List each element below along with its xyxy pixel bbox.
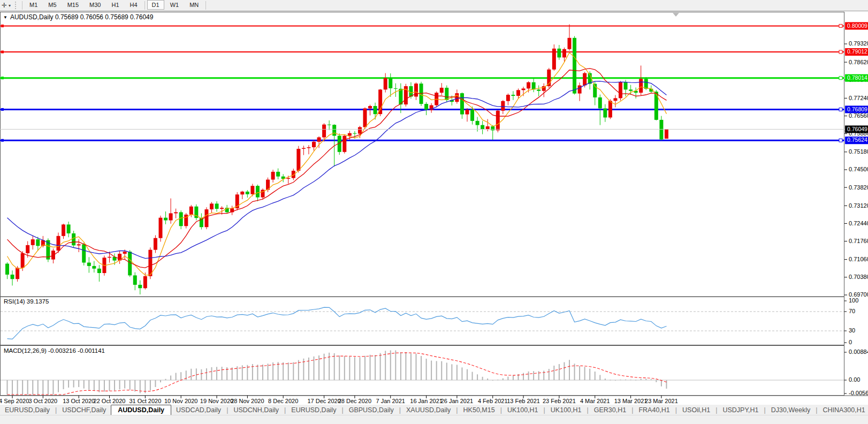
macd-bar bbox=[497, 380, 498, 380]
macd-bar bbox=[160, 380, 161, 382]
line-price-badge-label: 0.80009 bbox=[847, 22, 867, 29]
macd-bar bbox=[482, 377, 483, 380]
timeframe-button-m1[interactable]: M1 bbox=[25, 0, 42, 10]
collapse-icon[interactable]: ▼ bbox=[3, 15, 7, 20]
macd-bar bbox=[339, 355, 340, 380]
macd-bar bbox=[441, 361, 442, 380]
line-handle-right[interactable] bbox=[839, 108, 842, 111]
macd-bar bbox=[416, 354, 417, 380]
price-axis-tick-label: 0.76560 bbox=[849, 112, 868, 119]
macd-bar bbox=[385, 351, 386, 380]
tab-gbpusd-daily[interactable]: GBPUSD,Daily bbox=[344, 405, 399, 415]
tab-hk50-m15[interactable]: HK50,M15 bbox=[459, 405, 500, 415]
macd-bar bbox=[165, 379, 166, 380]
macd-bar bbox=[119, 380, 120, 390]
macd-bar bbox=[42, 380, 43, 395]
tab-usdcad-daily[interactable]: USDCAD,Daily bbox=[171, 405, 226, 415]
toolbar-grip bbox=[15, 2, 18, 9]
macd-bar bbox=[513, 375, 514, 380]
macd-bar bbox=[7, 380, 8, 395]
macd-bar bbox=[589, 369, 590, 380]
rsi-axis-label: 0 bbox=[849, 339, 852, 345]
line-handle-right[interactable] bbox=[839, 24, 842, 27]
line-handle-left[interactable] bbox=[1, 51, 4, 54]
timeframe-button-m30[interactable]: M30 bbox=[85, 0, 105, 10]
tab-audusd-daily[interactable]: AUDUSD,Daily bbox=[111, 405, 171, 416]
timeframe-button-m15[interactable]: M15 bbox=[63, 0, 83, 10]
macd-bar bbox=[630, 380, 631, 380]
tab-xauusd-daily[interactable]: XAUUSD,Daily bbox=[401, 405, 455, 415]
macd-bar bbox=[216, 367, 217, 380]
tab-usdcnh-daily[interactable]: USDCNH,Daily bbox=[229, 405, 284, 415]
timeframe-button-h4[interactable]: H4 bbox=[125, 0, 142, 10]
date-axis-tick-label: 10 Nov 2020 bbox=[164, 398, 197, 404]
rsi-axis-label: 70 bbox=[849, 308, 855, 314]
macd-bar bbox=[528, 372, 529, 380]
macd-bar bbox=[472, 372, 473, 380]
candle bbox=[194, 205, 198, 221]
tab-usoil-h1[interactable]: USOil,H1 bbox=[677, 405, 715, 415]
rsi-pane bbox=[1, 297, 844, 345]
tab-usdjpy-h1[interactable]: USDJPY,H1 bbox=[718, 405, 763, 415]
macd-bar bbox=[543, 370, 544, 380]
macd-bar bbox=[58, 380, 59, 392]
macd-bar bbox=[635, 380, 636, 380]
date-axis-tick-label: 13 Mar 2021 bbox=[614, 398, 648, 404]
date-axis-tick-label: 31 Oct 2020 bbox=[129, 398, 161, 404]
macd-bar bbox=[262, 365, 263, 380]
candle bbox=[204, 207, 208, 229]
line-handle-right[interactable] bbox=[839, 139, 842, 142]
cursor-tool-icon[interactable]: ✛ bbox=[2, 2, 7, 9]
macd-bar bbox=[334, 353, 335, 380]
date-axis-tick-label: 3 Oct 2020 bbox=[28, 398, 57, 404]
chevron-down-icon[interactable]: ▾ bbox=[9, 3, 11, 8]
macd-bar bbox=[180, 372, 181, 380]
timeframe-button-h1[interactable]: H1 bbox=[106, 0, 124, 10]
macd-bar bbox=[349, 357, 350, 380]
tab-china300-h1[interactable]: CHINA300,H1 bbox=[818, 405, 868, 415]
tab-usdchf-daily[interactable]: USDCHF,Daily bbox=[57, 405, 111, 415]
tab-uk100-h1[interactable]: UK100,H1 bbox=[502, 405, 543, 415]
line-handle-left[interactable] bbox=[1, 25, 4, 27]
macd-bar bbox=[410, 353, 412, 380]
tab-dj30-weekly[interactable]: DJ30,Weekly bbox=[766, 405, 815, 415]
timeframe-button-mn[interactable]: MN bbox=[185, 0, 203, 10]
macd-bar bbox=[278, 362, 279, 380]
date-axis-tick-label: 17 Dec 2020 bbox=[307, 398, 340, 404]
macd-bar bbox=[17, 380, 18, 395]
date-axis-tick-label: 22 Oct 2020 bbox=[94, 398, 126, 404]
price-axis-tick-label: 0.72440 bbox=[849, 220, 868, 226]
line-handle-left[interactable] bbox=[1, 139, 4, 142]
macd-bar bbox=[507, 377, 508, 380]
tab-eurusd-daily[interactable]: EURUSD,Daily bbox=[286, 405, 341, 415]
macd-bar bbox=[268, 364, 269, 380]
macd-bar bbox=[405, 352, 406, 380]
timeframe-button-w1[interactable]: W1 bbox=[165, 0, 184, 10]
macd-bar bbox=[359, 357, 360, 380]
tab-ger30-h1[interactable]: GER30,H1 bbox=[589, 405, 631, 415]
date-axis-tick-label: 7 Jan 2021 bbox=[376, 398, 405, 404]
macd-bar bbox=[431, 361, 432, 380]
line-handle-right[interactable] bbox=[839, 77, 842, 80]
price-pane bbox=[1, 12, 844, 297]
tab-uk100-h1[interactable]: UK100,H1 bbox=[546, 405, 587, 415]
macd-bar bbox=[176, 373, 177, 380]
line-handle-right[interactable] bbox=[839, 50, 842, 54]
macd-bar bbox=[380, 353, 381, 380]
line-handle-left[interactable] bbox=[1, 77, 4, 79]
macd-bar bbox=[610, 380, 611, 380]
macd-bar bbox=[467, 369, 468, 380]
macd-bar bbox=[27, 380, 28, 395]
tab-fra40-h1[interactable]: FRA40,H1 bbox=[634, 405, 674, 415]
status-bar bbox=[0, 415, 868, 424]
macd-bar bbox=[569, 360, 570, 380]
macd-bar bbox=[559, 364, 560, 380]
tab-eurusd-daily[interactable]: EURUSD,Daily bbox=[0, 405, 55, 415]
line-handle-left[interactable] bbox=[1, 108, 4, 111]
date-axis-tick-label: 28 Nov 2020 bbox=[231, 398, 264, 404]
macd-bar bbox=[553, 366, 554, 380]
timeframe-button-m5[interactable]: M5 bbox=[43, 0, 61, 10]
price-axis-tick-label: 0.71760 bbox=[849, 238, 868, 244]
chart-canvas[interactable]: 0.793200.786200.779400.772400.765600.758… bbox=[0, 11, 868, 404]
timeframe-button-d1[interactable]: D1 bbox=[147, 0, 164, 10]
